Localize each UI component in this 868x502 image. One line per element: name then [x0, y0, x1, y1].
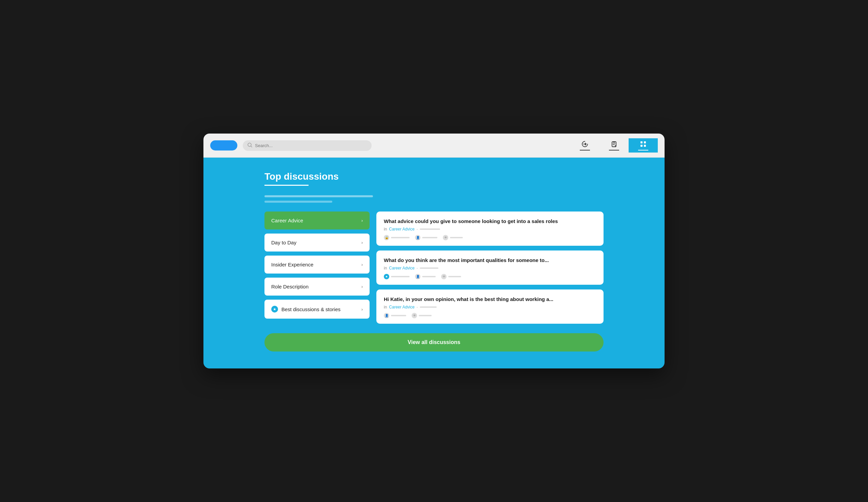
filter-bar-2[interactable]	[265, 201, 332, 203]
discussions-column: What advice could you give to someone lo…	[376, 211, 603, 324]
discussion-card-1[interactable]: What advice could you give to someone lo…	[376, 211, 603, 246]
discussion-title-1: What advice could you give to someone lo…	[384, 218, 596, 224]
person-icon-3: 👤	[384, 313, 389, 318]
stat-person-3: 👤	[384, 313, 406, 318]
svg-rect-7	[644, 145, 646, 147]
discussion-category-2: Career Advice	[389, 266, 414, 271]
logo[interactable]	[210, 140, 237, 150]
chevron-right-icon: ›	[361, 307, 363, 312]
lock-icon: 🔒	[384, 235, 389, 240]
category-label-career-advice: Career Advice	[271, 218, 303, 223]
discussion-card-3[interactable]: Hi Katie, in your own opinion, what is t…	[376, 290, 603, 324]
filter-bar-1[interactable]	[265, 195, 373, 197]
nav-item-clipboard[interactable]	[599, 138, 629, 153]
svg-rect-5	[644, 142, 646, 143]
category-item-career-advice[interactable]: Career Advice ›	[265, 211, 370, 229]
meta-bar-1	[420, 229, 440, 230]
nav-clipboard-underline	[609, 150, 619, 150]
nav-grid-underline	[638, 150, 648, 150]
category-label-insider-experience: Insider Experience	[271, 262, 313, 268]
eye-icon: 👁	[443, 235, 448, 240]
discussion-stats-2: ★ 👤 👁	[384, 274, 596, 279]
category-item-best-discussions[interactable]: ★ Best discussions & stories ›	[265, 300, 370, 318]
discussion-meta-3: in Career Advice ·	[384, 305, 596, 310]
category-item-insider-experience[interactable]: Insider Experience ›	[265, 255, 370, 273]
stat-star: ★	[384, 274, 410, 279]
chevron-right-icon: ›	[361, 284, 363, 289]
chevron-right-icon: ›	[361, 218, 363, 223]
stat-eye-3: 👁	[412, 313, 432, 318]
svg-rect-4	[640, 142, 642, 143]
title-underline	[265, 185, 309, 186]
browser-window: Top discussions Career Advice › Day to D…	[204, 134, 664, 368]
discussion-meta-1: in Career Advice ·	[384, 227, 596, 231]
main-content: Top discussions Career Advice › Day to D…	[204, 158, 664, 368]
login-icon	[581, 140, 589, 148]
categories-column: Career Advice › Day to Day › Insider Exp…	[265, 211, 370, 318]
chevron-right-icon: ›	[361, 240, 363, 245]
category-label-role-description: Role Description	[271, 284, 309, 290]
nav-item-grid[interactable]	[629, 138, 658, 153]
meta-bar-2	[420, 268, 438, 269]
filter-bars	[265, 195, 603, 203]
stat-person-2: 👤	[415, 274, 436, 279]
discussion-category-3: Career Advice	[389, 305, 414, 310]
discussion-title-3: Hi Katie, in your own opinion, what is t…	[384, 296, 596, 302]
view-all-button[interactable]: View all discussions	[265, 333, 603, 352]
stat-person-1: 👤	[415, 235, 437, 240]
svg-line-1	[251, 146, 252, 147]
chevron-right-icon: ›	[361, 262, 363, 267]
eye-icon-2: 👁	[441, 274, 446, 279]
toolbar-nav	[570, 138, 658, 153]
stat-eye-2: 👁	[441, 274, 461, 279]
eye-icon-3: 👁	[412, 313, 417, 318]
stat-lock: 🔒	[384, 235, 410, 240]
category-item-role-description[interactable]: Role Description ›	[265, 278, 370, 295]
discussion-stats-3: 👤 👁	[384, 313, 596, 318]
clipboard-icon	[610, 140, 618, 148]
discussion-card-2[interactable]: What do you think are the most important…	[376, 251, 603, 285]
star-icon: ★	[271, 306, 278, 313]
toolbar	[204, 134, 664, 158]
category-item-day-to-day[interactable]: Day to Day ›	[265, 233, 370, 251]
person-icon: 👤	[415, 235, 421, 240]
svg-rect-6	[640, 145, 642, 147]
search-input[interactable]	[255, 143, 367, 148]
category-label-best-discussions: Best discussions & stories	[281, 306, 340, 312]
search-bar[interactable]	[243, 140, 372, 151]
section-title: Top discussions	[265, 171, 603, 182]
discussions-layout: Career Advice › Day to Day › Insider Exp…	[265, 211, 603, 324]
category-label-day-to-day: Day to Day	[271, 240, 296, 245]
nav-item-login[interactable]	[570, 138, 599, 153]
grid-icon	[640, 140, 647, 148]
search-icon	[248, 143, 252, 148]
star-stat-icon: ★	[384, 274, 389, 279]
nav-login-underline	[580, 150, 590, 150]
discussion-meta-2: in Career Advice ·	[384, 266, 596, 271]
discussion-category-1: Career Advice	[389, 227, 414, 231]
discussion-title-2: What do you think are the most important…	[384, 257, 596, 263]
discussion-stats-1: 🔒 👤 👁	[384, 235, 596, 240]
person-icon-2: 👤	[415, 274, 421, 279]
stat-eye-1: 👁	[443, 235, 463, 240]
meta-bar-3	[420, 306, 437, 308]
svg-point-3	[615, 145, 616, 146]
